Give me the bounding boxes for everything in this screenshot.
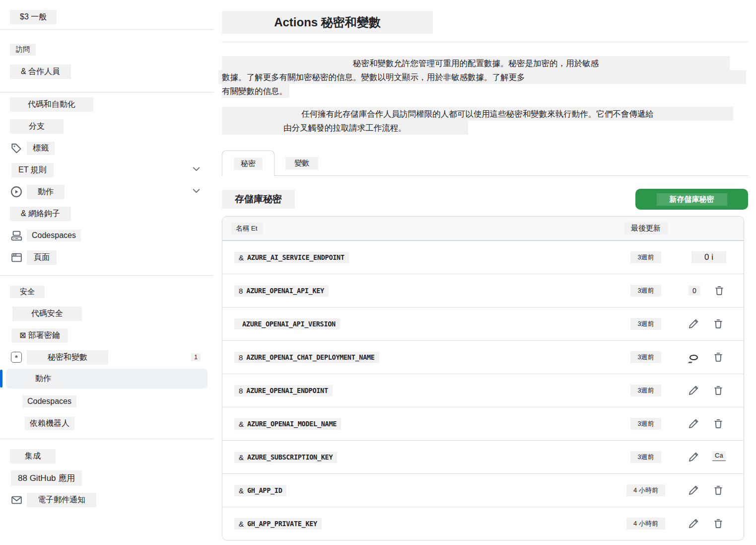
description-line: 秘密和變數允許您管理可重用的配置數據。秘密是加密的，用於敏感 [222, 56, 730, 70]
main-content: Actions 秘密和變數 秘密和變數允許您管理可重用的配置數據。秘密是加密的，… [213, 0, 756, 545]
updated-label: 4 小時前 [626, 484, 665, 496]
lock-glyph: & [239, 520, 244, 528]
sidebar-item-label: 依賴機器人 [25, 417, 74, 430]
secret-name: GH_APP_ID [247, 486, 282, 494]
row-actions [671, 484, 744, 496]
description-line: 由分叉觸發的拉取請求工作流程。 [222, 121, 468, 135]
last-updated-cell: 3週前 [621, 385, 671, 396]
tab-secrets[interactable]: 秘密 [222, 151, 275, 176]
sidebar-item-actions[interactable]: 動作 [0, 181, 213, 203]
trash-icon[interactable] [713, 285, 725, 297]
sidebar-item-label: 電子郵件通知 [27, 493, 96, 507]
secret-name-cell: &GH_APP_PRIVATE_KEY [222, 518, 621, 530]
table-row: &GH_APP_ID 4 小時前 [222, 473, 744, 507]
sidebar-item-dependabot[interactable]: 依賴機器人 [0, 412, 213, 434]
count-badge: 1 [191, 353, 201, 361]
last-updated-cell: 3週前 [621, 285, 671, 297]
table-row: &GH_APP_PRIVATE_KEY 4 小時前 [222, 507, 744, 540]
sidebar-item-collaborators[interactable]: & 合作人員 [0, 61, 213, 82]
chevron-down-icon[interactable] [192, 165, 201, 175]
sidebar-item-general[interactable]: $3 一般 [0, 6, 213, 28]
trash-icon[interactable] [712, 518, 724, 530]
pencil-icon[interactable] [687, 418, 699, 430]
sidebar-item-github-apps[interactable]: 88 GitHub 應用 [0, 467, 213, 489]
trash-icon[interactable] [712, 351, 724, 363]
pencil-icon[interactable] [687, 385, 699, 396]
section-label: 代碼和自動化 [10, 97, 93, 112]
sidebar-item-codespaces[interactable]: Codespaces [0, 225, 213, 246]
sidebar-item-code-security[interactable]: 代碼安全 [0, 303, 213, 324]
sidebar-item-label: & 網絡鉤子 [10, 207, 71, 221]
last-updated-cell: 4 小時前 [621, 484, 671, 496]
sidebar-item-branches[interactable]: 分支 [0, 115, 213, 137]
lock-glyph: & [239, 420, 244, 428]
sidebar-item-tags[interactable]: 標籤 [0, 137, 213, 159]
pencil-icon[interactable] [687, 484, 699, 496]
actions-artifact-text[interactable]: 0 i [691, 251, 726, 263]
secret-name-cell: 8AZURE_OPENAI_ENDPOINT [222, 385, 621, 396]
sidebar-item-pages[interactable]: 頁面 [0, 246, 213, 268]
permissions-paragraph: 任何擁有此存儲庫合作人員訪問權限的人都可以使用這些秘密和變數來執行動作。它們不會… [222, 107, 748, 135]
updated-label: 3週前 [630, 451, 661, 463]
sidebar-item-webhooks[interactable]: & 網絡鉤子 [0, 203, 213, 225]
sidebar-item-deploy-keys[interactable]: ⊠ 部署密鑰 [0, 324, 213, 346]
secret-name: AZURE_OPENAI_ENDPOINT [246, 387, 328, 394]
mail-icon [10, 493, 23, 506]
sidebar-item-label: ET 規則 [11, 163, 54, 177]
secret-name-cell: &GH_APP_ID [222, 485, 621, 496]
trash-icon[interactable] [712, 318, 724, 330]
tab-label: 變數 [285, 157, 318, 169]
settings-page: $3 一般 訪問 & 合作人員 代碼和自動化 分支 標籤 ET 規則 [0, 0, 756, 545]
sidebar-item-label: & 合作人員 [10, 65, 71, 79]
section-label: 訪問 [10, 44, 36, 56]
pencil-icon[interactable] [687, 518, 699, 530]
sidebar-section-integrations: 集成 [0, 445, 213, 467]
tab-variables[interactable]: 變數 [285, 157, 318, 169]
sidebar-section-access: 訪問 [0, 39, 213, 61]
edit-artifact-icon[interactable] [687, 351, 699, 363]
sidebar-item-label: 代碼安全 [12, 307, 82, 321]
sidebar-item-label: ⊠ 部署密鑰 [11, 328, 68, 343]
secret-name: AZURE_OPENAI_MODEL_NAME [247, 420, 337, 428]
secret-name: AZURE_OPENAI_API_KEY [246, 287, 324, 295]
sidebar-item-secrets-codespaces[interactable]: Codespaces [0, 390, 213, 412]
play-circle-icon [10, 185, 23, 198]
secret-name: AZURE_AI_SERVICE_ENDPOINT [247, 253, 344, 261]
trash-icon[interactable] [712, 385, 724, 396]
edit-artifact-text[interactable]: 0 [688, 286, 700, 296]
secret-name-cell: &AZURE_SUBSCRIPTION_KEY [222, 452, 621, 463]
table-row: &AZURE_OPENAI_MODEL_NAME 3週前 [222, 407, 744, 440]
updated-label: 3週前 [630, 285, 661, 297]
settings-sidebar: $3 一般 訪問 & 合作人員 代碼和自動化 分支 標籤 ET 規則 [0, 0, 213, 545]
header-last-updated: 最後更新 [621, 222, 671, 234]
sidebar-item-secrets-actions-selected[interactable]: 動作 [6, 369, 207, 389]
row-actions [671, 318, 744, 330]
chevron-down-icon[interactable] [192, 187, 201, 197]
tag-icon [10, 142, 23, 155]
new-repository-secret-button[interactable]: 新存儲庫秘密 [635, 189, 748, 210]
trash-artifact-text[interactable]: Ca [712, 451, 726, 461]
updated-label: 4 小時前 [626, 518, 665, 530]
pencil-icon[interactable] [687, 318, 699, 330]
sidebar-item-email-notifications[interactable]: 電子郵件通知 [0, 489, 213, 511]
updated-label: 3週前 [630, 251, 661, 263]
sidebar-item-label: 88 GitHub 應用 [11, 470, 82, 486]
secret-name-cell: 8AZURE_OPENAI_API_KEY [222, 285, 621, 297]
updated-label: 3週前 [630, 318, 661, 330]
last-updated-cell: 3週前 [621, 418, 671, 430]
table-row: AZURE_OPENAI_API_VERSION 3週前 [222, 307, 744, 340]
pencil-icon[interactable] [687, 451, 699, 463]
last-updated-cell: 3週前 [621, 318, 671, 330]
sidebar-section-code-automation: 代碼和自動化 [0, 93, 213, 115]
sidebar-item-secrets-variables[interactable]: * 秘密和變數 1 [0, 346, 213, 368]
sidebar-item-label: 動作 [27, 185, 65, 199]
secret-name-cell: 8AZURE_OPENAI_CHAT_DEPLOYMENT_NAME [222, 352, 621, 363]
row-actions: Ca [671, 451, 744, 463]
trash-icon[interactable] [712, 418, 724, 430]
description-paragraph: 秘密和變數允許您管理可重用的配置數據。秘密是加密的，用於敏感 數據。了解更多有關… [222, 56, 748, 98]
sidebar-item-rules[interactable]: ET 規則 [0, 159, 213, 181]
trash-icon[interactable] [712, 484, 724, 496]
row-actions [671, 518, 744, 530]
title-divider [222, 42, 748, 42]
tab-label: 秘密 [234, 157, 263, 170]
